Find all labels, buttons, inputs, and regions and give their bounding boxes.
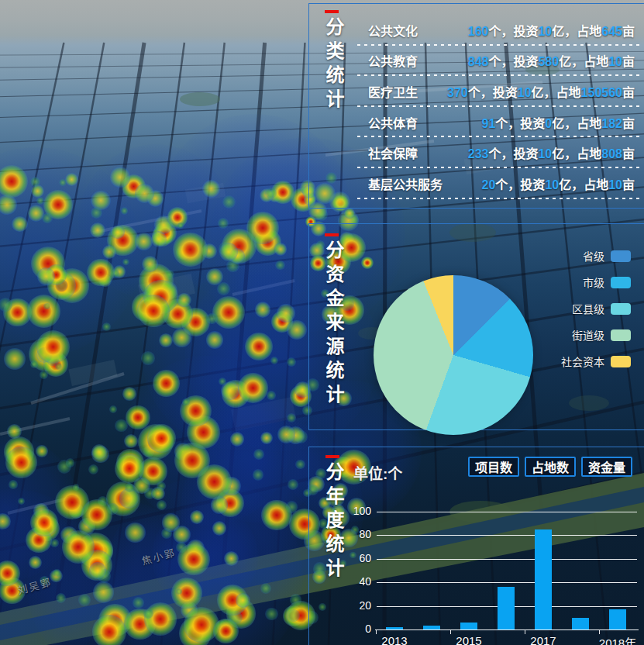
category-stats-panel: 分类统计 公共文化160个，投资10亿，占地645亩公共教育848个，投资580… <box>308 3 644 209</box>
category-name: 社会保障 <box>368 143 418 162</box>
y-axis-label: 80 <box>342 528 371 540</box>
stat-number: 580 <box>538 55 559 68</box>
stat-number: 808 <box>601 147 622 160</box>
dashboard-screen: 刘吴郢焦小郢 分类统计 公共文化160个，投资10亿，占地645亩公共教育848… <box>0 0 644 645</box>
bar-year-1 <box>423 626 440 629</box>
panel-accent-dash <box>325 10 339 13</box>
gridline <box>377 582 637 583</box>
category-values: 370个，投资10亿，占地150560亩 <box>447 82 635 101</box>
category-name: 公共体育 <box>368 113 418 132</box>
category-row: 基层公共服务20个，投资10亿，占地10亩 <box>357 168 639 199</box>
stat-unit-text: 个，投资 <box>488 55 538 68</box>
y-axis-label: 40 <box>342 575 371 588</box>
stat-unit-text: 亩 <box>622 178 635 191</box>
category-values: 160个，投资10亿，占地645亩 <box>468 21 635 40</box>
annual-stats-panel: 分年度统计 单位:个 项目数占地数资金量 0204060801002013201… <box>308 447 644 645</box>
category-values: 848个，投资580亿，占地10亩 <box>468 51 635 70</box>
legend-item-市级[interactable]: 市级 <box>561 269 631 295</box>
category-name: 基层公共服务 <box>368 174 443 193</box>
legend-item-社会资本[interactable]: 社会资本 <box>561 348 631 374</box>
stat-number: 10 <box>518 86 532 99</box>
category-panel-title: 分类统计 <box>320 17 347 113</box>
stat-number: 0 <box>545 117 552 130</box>
category-row: 医疗卫生370个，投资10亿，占地150560亩 <box>357 76 639 107</box>
stat-number: 10 <box>608 178 622 191</box>
legend-swatch <box>611 329 631 341</box>
legend-item-街道级[interactable]: 街道级 <box>561 322 631 348</box>
legend-swatch <box>611 303 631 315</box>
category-row: 公共文化160个，投资10亿，占地645亩 <box>357 15 639 46</box>
funding-source-panel: 分资金来源统计 省级市级区县级街道级社会资本 <box>308 223 644 430</box>
bar-year-5 <box>572 618 589 629</box>
bar-year-0 <box>386 627 403 629</box>
legend-label: 市级 <box>583 274 604 290</box>
stat-number: 10 <box>538 25 552 38</box>
gridline <box>377 559 637 560</box>
stat-unit-text: 亩 <box>622 86 635 99</box>
stat-unit-text: 个，投资 <box>495 178 545 191</box>
legend-label: 街道级 <box>572 327 604 343</box>
stat-unit-text: 亩 <box>622 117 635 130</box>
stat-number: 182 <box>601 117 622 130</box>
stat-unit-text: 亩 <box>622 25 635 38</box>
stat-unit-text: 亿，占地 <box>559 178 608 191</box>
stat-unit-text: 个，投资 <box>495 117 545 130</box>
bar-year-4 <box>535 529 552 629</box>
y-axis-label: 0 <box>342 623 371 635</box>
stat-unit-text: 亩 <box>622 55 635 68</box>
category-name: 公共文化 <box>368 21 418 40</box>
annual-bar-chart: 0204060801002013201520172018年 <box>309 447 644 645</box>
legend-label: 区县级 <box>572 301 604 316</box>
legend-item-区县级[interactable]: 区县级 <box>561 295 631 322</box>
category-rows: 公共文化160个，投资10亿，占地645亩公共教育848个，投资580亿，占地1… <box>357 15 639 199</box>
stat-unit-text: 亿，占地 <box>552 147 601 160</box>
category-values: 91个，投资0亿，占地182亩 <box>482 113 635 132</box>
stat-unit-text: 个，投资 <box>488 25 538 38</box>
y-axis-label: 20 <box>342 599 371 612</box>
legend-swatch <box>611 356 631 367</box>
stat-number: 233 <box>468 147 489 160</box>
bar-year-3 <box>498 587 515 629</box>
bar-year-6 <box>609 609 626 629</box>
legend-swatch <box>611 250 631 262</box>
stat-unit-text: 亿，占地 <box>532 86 581 99</box>
stat-number: 150560 <box>581 86 622 99</box>
legend-swatch <box>611 277 631 288</box>
gridline <box>377 512 637 512</box>
stat-number: 10 <box>545 178 559 191</box>
panel-accent-dash <box>325 233 339 236</box>
pie-legend: 省级市级区县级街道级社会资本 <box>561 243 631 374</box>
stat-number: 10 <box>538 147 552 160</box>
stat-unit-text: 亩 <box>622 147 635 160</box>
bar-year-2 <box>460 623 477 629</box>
legend-label: 社会资本 <box>561 354 604 369</box>
y-axis-label: 60 <box>342 552 371 564</box>
category-name: 医疗卫生 <box>368 82 418 101</box>
legend-item-省级[interactable]: 省级 <box>561 243 631 269</box>
category-row: 社会保障233个，投资10亿，占地808亩 <box>357 137 639 168</box>
category-name: 公共教育 <box>368 51 418 70</box>
stat-unit-text: 个，投资 <box>488 147 538 160</box>
x-axis-label: 2013 <box>370 634 419 645</box>
category-row: 公共教育848个，投资580亿，占地10亩 <box>357 46 639 77</box>
stat-number: 10 <box>608 55 622 68</box>
funding-pie-chart <box>374 275 533 435</box>
category-row: 公共体育91个，投资0亿，占地182亩 <box>357 107 639 138</box>
y-axis-label: 100 <box>342 505 371 517</box>
gridline <box>377 535 637 536</box>
stat-number: 645 <box>601 25 622 38</box>
x-axis-label: 2017 <box>518 634 568 645</box>
stat-unit-text: 亿，占地 <box>552 117 601 130</box>
stat-number: 370 <box>447 86 468 99</box>
category-values: 20个，投资10亿，占地10亩 <box>482 174 635 193</box>
stat-number: 20 <box>482 178 496 191</box>
stat-unit-text: 亿，占地 <box>552 25 601 38</box>
stat-number: 848 <box>468 55 489 68</box>
stat-number: 91 <box>482 117 496 130</box>
stat-unit-text: 亿，占地 <box>559 55 608 68</box>
stat-number: 160 <box>468 25 489 38</box>
x-axis-label: 2018年 <box>593 634 642 645</box>
category-values: 233个，投资10亿，占地808亩 <box>468 143 635 162</box>
stat-unit-text: 个，投资 <box>468 86 518 99</box>
x-axis-label: 2015 <box>444 634 494 645</box>
